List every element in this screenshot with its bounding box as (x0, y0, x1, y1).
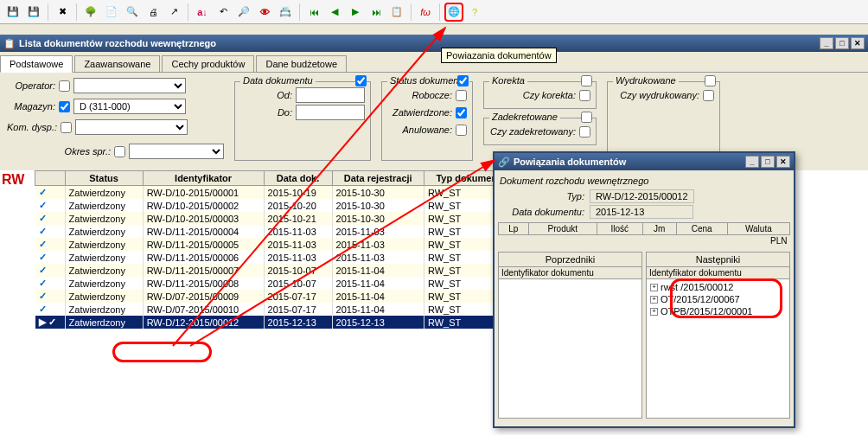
relations-icon[interactable]: 🌐 (444, 3, 463, 22)
group-datadok: Data dokumentu Od: Do: (234, 81, 371, 161)
predecessors-panel: Poprzedniki Identyfikator dokumentu (498, 252, 642, 419)
form-icon[interactable]: 📄 (102, 3, 121, 22)
robocze-checkbox[interactable] (456, 90, 467, 101)
nav-first-icon[interactable]: ⏮ (304, 3, 323, 22)
tab-budzet[interactable]: Dane budżetowe (256, 55, 347, 72)
maximize-button[interactable]: □ (835, 37, 849, 49)
popup-products-table[interactable]: LpProduktIlośćJmCenaWaluta PLN (498, 222, 790, 246)
table-row[interactable]: ✓ZatwierdzonyRW-D/11-2015/000052015-11-0… (35, 238, 519, 251)
save2-icon[interactable]: 💾 (24, 3, 43, 22)
korekta-group-checkbox[interactable] (581, 75, 592, 86)
magazyn-checkbox[interactable] (59, 101, 70, 112)
korekta-checkbox[interactable] (579, 90, 590, 101)
table-row[interactable]: ✓ZatwierdzonyRW-D/11-2015/000072015-10-0… (35, 264, 519, 277)
search-icon[interactable]: 🔎 (234, 3, 253, 22)
do-input[interactable] (296, 105, 365, 120)
tree-item[interactable]: +OT/2015/12/00067 (648, 293, 788, 305)
komdysp-label: Kom. dysp.: (7, 122, 57, 132)
anul-checkbox[interactable] (456, 125, 467, 136)
save-icon[interactable]: 💾 (3, 3, 22, 22)
tree-item[interactable]: +rwst /2015/00012 (648, 281, 788, 293)
popup-icon: 🔗 (498, 157, 510, 168)
rw-badge: RW (0, 170, 29, 189)
grid-header[interactable]: Data rejestracji (332, 171, 424, 186)
succ-body[interactable]: +rwst /2015/00012+OT/2015/12/00067+OTPB/… (647, 279, 789, 418)
datadok-group-checkbox[interactable] (355, 75, 367, 86)
magazyn-select[interactable]: D (311-000) (73, 99, 186, 114)
group-korekta: Korekta Czy korekta: (483, 81, 597, 109)
relations-popup: 🔗 Powiązania dokumentów _ □ ✕ Dokument r… (493, 151, 795, 428)
view-icon[interactable]: 🔍 (123, 3, 142, 22)
operator-select[interactable] (73, 78, 186, 93)
komdysp-checkbox[interactable] (61, 122, 72, 133)
export-icon[interactable]: ↗ (164, 3, 183, 22)
wydruk-checkbox[interactable] (703, 90, 714, 101)
grid-header[interactable]: Status (65, 171, 143, 186)
nav-last-icon[interactable]: ⏭ (367, 3, 386, 22)
zadek-checkbox[interactable] (579, 126, 590, 138)
group-wydruk: Wydrukowane Czy wydrukowany: (607, 81, 720, 161)
grid-header[interactable] (35, 171, 66, 186)
table-row[interactable]: ✓ZatwierdzonyRW-D/11-2015/000062015-11-0… (35, 251, 519, 264)
table-row[interactable]: ✓ZatwierdzonyRW-D/11-2015/000082015-10-0… (35, 277, 519, 290)
fx-icon[interactable]: fω (416, 3, 435, 22)
delete-icon[interactable]: ✖ (53, 3, 72, 22)
table-row[interactable]: ✓ZatwierdzonyRW-D/11-2015/000042015-11-0… (35, 225, 519, 238)
okresspr-checkbox[interactable] (114, 146, 125, 157)
grid-header[interactable]: Data dok. (264, 171, 332, 186)
popup-minimize[interactable]: _ (745, 156, 759, 168)
zadek-group-checkbox[interactable] (581, 112, 592, 123)
close-button[interactable]: ✕ (851, 37, 865, 49)
tab-zaawansowane[interactable]: Zaawansowane (74, 55, 160, 72)
nav-prev-icon[interactable]: ◀ (325, 3, 344, 22)
table-row[interactable]: ✓ZatwierdzonyRW-D/10-2015/000012015-10-1… (35, 186, 519, 200)
window-title: Lista dokumentów rozchodu wewnętrznego (19, 38, 216, 48)
od-input[interactable] (296, 87, 365, 103)
popup-close[interactable]: ✕ (776, 156, 790, 168)
expand-icon[interactable]: + (650, 284, 658, 291)
pred-body[interactable] (499, 279, 641, 418)
popup-typ-value: RW-D/12-2015/00012 (590, 189, 694, 203)
table-row[interactable]: ✓ZatwierdzonyRW-D/10-2015/000022015-10-2… (35, 199, 519, 212)
tree-item[interactable]: +OTPB/2015/12/00001 (648, 305, 788, 317)
popup-titlebar[interactable]: 🔗 Powiązania dokumentów _ □ ✕ (495, 153, 794, 170)
print-icon[interactable]: 🖨 (144, 3, 163, 22)
popup-data-value: 2015-12-13 (590, 205, 693, 219)
tooltip: Powiazania dokumentów (441, 48, 557, 63)
documents-grid[interactable]: StatusIdentyfikatorData dok.Data rejestr… (35, 170, 519, 329)
minimize-button[interactable]: _ (820, 37, 833, 49)
status-group-checkbox[interactable] (457, 75, 469, 86)
tab-podstawowe[interactable]: Podstawowe (0, 55, 73, 73)
tree-icon[interactable]: 🌳 (81, 3, 100, 22)
tab-cechy[interactable]: Cechy produktów (162, 55, 254, 72)
help-icon[interactable]: ? (465, 3, 484, 22)
filter-tabs: Podstawowe Zaawansowane Cechy produktów … (0, 52, 868, 73)
copy-icon[interactable]: 📋 (387, 3, 406, 22)
wydruk-group-checkbox[interactable] (705, 75, 716, 86)
successors-panel: Następniki Identyfikator dokumentu +rwst… (646, 252, 790, 419)
zatw-checkbox[interactable] (456, 107, 467, 118)
nav-next-icon[interactable]: ▶ (346, 3, 365, 22)
table-row[interactable]: ✓ZatwierdzonyRW-D/07-2015/000092015-07-1… (35, 290, 519, 303)
operator-label: Operator: (7, 80, 55, 91)
table-row[interactable]: ✓ZatwierdzonyRW-D/07-2015/000102015-07-1… (35, 303, 519, 316)
expand-icon[interactable]: + (650, 308, 658, 316)
operator-checkbox[interactable] (59, 80, 70, 92)
popup-subtitle: Dokument rozchodu wewnętrznego (498, 174, 790, 188)
binoculars-icon[interactable]: 👁 (255, 3, 274, 22)
popup-maximize[interactable]: □ (761, 156, 775, 168)
grid-header[interactable]: Identyfikator (143, 171, 264, 186)
komdysp-select[interactable] (75, 119, 188, 135)
okresspr-label: Okres spr.: (7, 146, 111, 157)
sort-icon[interactable]: a↓ (193, 3, 212, 22)
okresspr-select[interactable] (129, 144, 224, 159)
group-zadek: Zadekretowane Czy zadekretowany: (483, 118, 597, 145)
main-toolbar: 💾 💾 ✖ 🌳 📄 🔍 🖨 ↗ a↓ ↶ 🔎 👁 📇 ⏮ ◀ ▶ ⏭ 📋 fω … (0, 0, 868, 24)
table-row[interactable]: ✓ZatwierdzonyRW-D/10-2015/000032015-10-2… (35, 212, 519, 225)
expand-icon[interactable]: + (650, 296, 658, 304)
app-icon: 📋 (3, 38, 16, 49)
undo-icon[interactable]: ↶ (214, 3, 233, 22)
table-row[interactable]: ▶ ✓ZatwierdzonyRW-D/12-2015/000122015-12… (35, 316, 519, 329)
card-icon[interactable]: 📇 (276, 3, 295, 22)
magazyn-label: Magazyn: (7, 101, 55, 112)
